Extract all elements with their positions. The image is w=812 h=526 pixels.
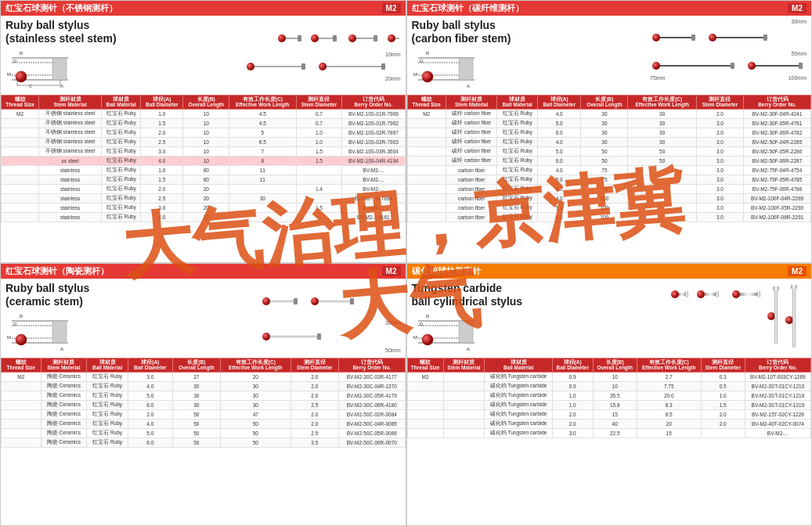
panel-header-cn-bl: 红宝石球测针（陶瓷测杆） [5,265,109,277]
panel-badge-tr: M2 [788,3,807,13]
stylus-img-bl [260,290,401,317]
stylus-img-tl-2 [244,59,401,74]
svg-point-50 [748,62,756,70]
panel-header-tl: 红宝石球测针（不锈钢测杆） M2 [1,1,406,16]
size-label-tr-3: 100mm [789,75,807,81]
th-ball-mat-tr: 球材质Ball Material [497,95,538,110]
table-row: 碳纤 carbon fiber红宝石 Ruby6.050503.0BV-M2-5… [407,157,811,166]
stylus-img-tr-2 [650,58,807,74]
svg-text:A: A [467,84,470,88]
svg-text:M: M [7,335,11,340]
th-eff-len-tr: 有效工作长度(C)Effective Work Length [628,95,696,110]
svg-rect-70 [270,336,317,337]
table-row: 陶瓷 Ceramics红宝石 Ruby5.050502.5BV-M2-50C-0… [2,429,406,438]
th-thread-tl: 螺纹Thread Size [2,95,39,110]
svg-rect-51 [756,65,799,67]
size-label-tr-2: 75mm [650,75,665,81]
svg-point-28 [319,63,327,70]
table-row: carbon fiber红宝石 Ruby5.01003.0BV-M2-100F-… [407,204,811,213]
th-ball-mat-br: 球材质Ball Material [485,358,553,373]
th-order-bl: 订货代码Berry Order No. [339,358,405,373]
diagram-bl: B D M A [5,312,76,355]
svg-text:B: B [426,314,429,319]
svg-rect-21 [356,38,374,39]
svg-rect-46 [763,34,767,41]
svg-rect-65 [294,298,298,304]
svg-rect-49 [731,63,734,69]
svg-point-41 [652,34,660,41]
th-order-br: 订货代码Berry Order No. [745,358,810,373]
svg-point-69 [262,333,270,340]
size-label-bl-1: 30mm [385,320,400,326]
svg-rect-93 [773,286,779,290]
svg-point-66 [311,297,319,305]
th-length-br: 长度(B)Overall Length [593,358,637,373]
data-table-br: 螺纹Thread Size 测杆材质Stem Material 球材质Ball … [407,358,812,525]
table-row: stainless红宝石 Ruby1.58011BV-M2-... [2,175,406,185]
panel-badge-bl: M2 [382,266,401,276]
panel-title-tr-line1: Ruby ball stylus [412,19,511,32]
panel-badge-br: M2 [788,266,807,276]
table-row: 陶瓷 Ceramics红宝石 Ruby4.030302.0BV-M2-30C-0… [2,382,406,391]
th-ball-mat-tl: 球材质Ball Material [102,95,141,110]
svg-text:M: M [7,72,11,77]
table-row: M2碳纤 carbon fiber红宝石 Ruby4.030302.0BV-M2… [407,110,811,119]
panel-header-cn-br: 碳化钨球柱形测针 [412,265,481,277]
th-stem-mat-tr: 测杆材质Stem Material [446,95,497,110]
table-row: 碳化钨 Tungsten carbide2.0158.52.0BV-M2-15T… [407,410,811,420]
svg-rect-84 [685,291,688,297]
table-row: stainless红宝石 Ruby2.0201.4BV-M2-... [2,185,406,194]
stylus-images-tl-row1 [276,27,401,50]
panel-header-cn-tl: 红宝石球测针（不锈钢测杆） [5,2,117,14]
table-row: 不锈钢 stainless steel红宝石 Ruby3.01071.5BV-M… [2,147,406,157]
stylus-img-tr [650,26,807,49]
svg-point-80 [422,334,433,345]
data-table-tl: 螺纹Thread Size 测杆材质Stem Material 球材质Ball … [1,95,406,262]
svg-rect-30 [381,63,385,70]
table-row: carbon fiber红宝石 Ruby6.01003.0BV-M2-100F-… [407,213,811,222]
table-row: 碳纤 carbon fiber红宝石 Ruby6.030303.0BV-M2-3… [407,128,811,138]
panel-badge-tl: M2 [382,3,401,13]
size-label-tr-0: 30mm [792,19,807,24]
size-label-tr-1: 50mm [792,51,807,56]
table-row: carbon fiber红宝石 Ruby6.0753.0BV-M2-75F-06… [407,185,811,194]
table-row: 陶瓷 Ceramics红宝石 Ruby5.030302.0BV-M2-30C-0… [2,391,406,401]
svg-rect-45 [716,37,763,38]
svg-point-94 [785,316,793,324]
panel-title-tl-line2: (stainless steel stem) [5,32,117,45]
table-row: 碳化钨 Tungsten carbide3.022.515BV-M2-... [407,429,811,438]
svg-point-61 [16,334,27,345]
svg-rect-79 [459,321,473,343]
svg-rect-60 [52,321,67,343]
th-thread-tr: 螺纹Thread Size [407,95,446,110]
svg-rect-42 [660,37,691,38]
svg-rect-26 [254,66,301,67]
svg-point-63 [262,297,270,305]
svg-text:M: M [413,72,417,77]
svg-rect-71 [317,333,321,340]
svg-text:A: A [467,347,470,351]
panel-title-bl-line2: (ceramic stem) [5,295,89,308]
panel-title-bl-line1: Ruby ball stylus [5,282,89,295]
panel-ceramic: 红宝石球测针（陶瓷测杆） M2 Ruby ball stylus (cerami… [0,263,406,526]
table-row: carbon fiber红宝石 Ruby5.0753.0BV-M2-75F-05… [407,175,811,185]
svg-point-25 [247,63,254,70]
svg-rect-15 [286,38,298,39]
table-row: 碳化钨 Tungsten carbide1.015.88.31.5BV-M2-3… [407,401,811,410]
diagram-br: B D M A [412,312,482,355]
diagram-tr: B D M A [412,49,482,92]
th-eff-len-br: 有效工作长度(C)Effective Work Length [637,358,701,373]
panel-title-tr-line2: (carbon fiber stem) [412,32,511,45]
svg-rect-27 [301,63,305,70]
svg-rect-90 [757,291,760,297]
table-row: M2不锈钢 stainless steel红宝石 Ruby1.0104.50.7… [2,110,406,119]
th-length-tr: 长度(B)Overall Length [581,95,628,110]
table-row: 碳化钨 Tungsten carbide0.9107.750.5BV-M2-3S… [407,382,811,391]
th-eff-len-tl: 有效工作长度(C)Effective Work Length [229,95,296,110]
th-ball-dia-tr: 球径(A)Ball Diameter [537,95,580,110]
table-row: stainless红宝石 Ruby3.0201.5BV-M2-... [2,204,406,213]
svg-point-85 [697,290,705,298]
svg-rect-16 [298,35,301,41]
th-stem-dia-tr: 测杆直径Stem Diameter [696,95,743,110]
data-table-tr: 螺纹Thread Size 测杆材质Stem Material 球材质Ball … [407,95,812,262]
